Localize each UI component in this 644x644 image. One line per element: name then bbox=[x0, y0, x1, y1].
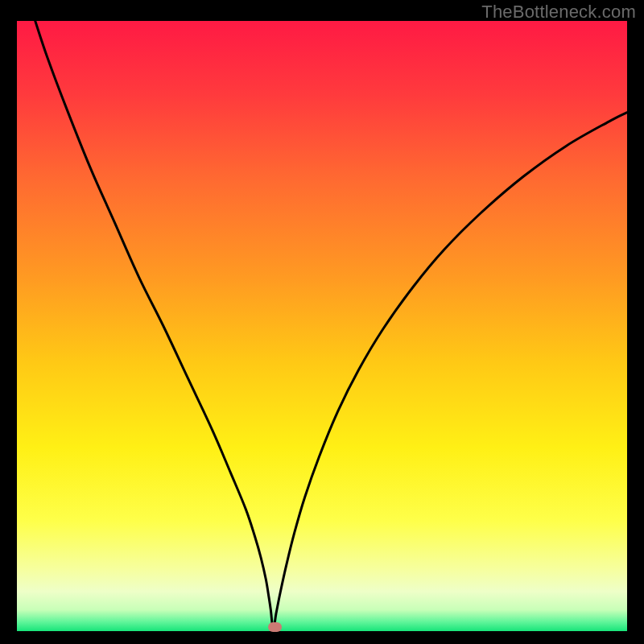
plot-area bbox=[17, 21, 627, 631]
watermark-text: TheBottleneck.com bbox=[481, 2, 636, 23]
plot-svg bbox=[17, 21, 627, 631]
optimal-point-marker bbox=[268, 622, 282, 632]
chart-container: TheBottleneck.com bbox=[0, 0, 644, 644]
gradient-background bbox=[17, 21, 627, 631]
